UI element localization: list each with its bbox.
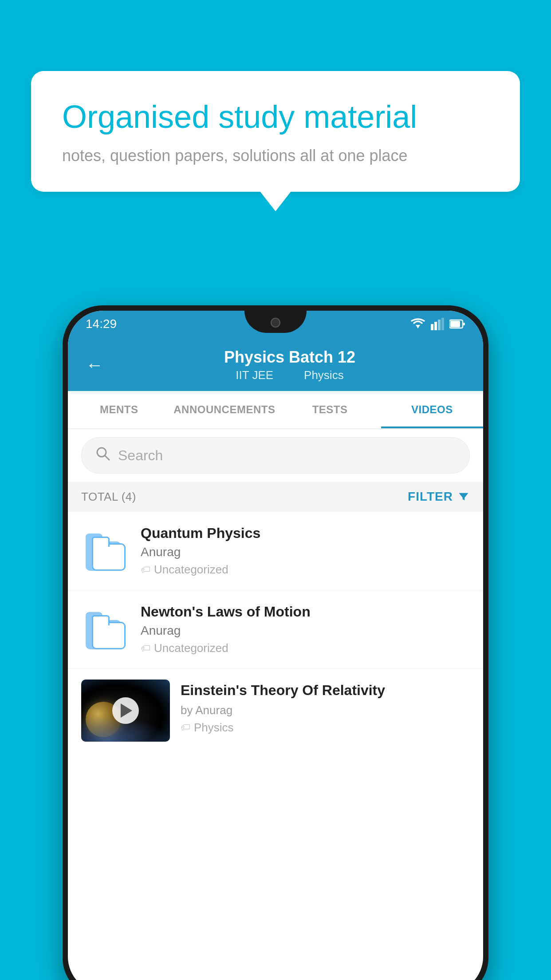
app-header: ← Physics Batch 12 IIT JEE Physics (68, 337, 483, 391)
battery-icon (449, 319, 465, 329)
status-time: 14:29 (86, 317, 117, 331)
phone-frame: 14:29 (63, 305, 488, 980)
play-button-einstein[interactable] (112, 697, 139, 724)
video-thumb-newton (81, 605, 130, 654)
svg-rect-4 (441, 318, 444, 330)
video-list: Quantum Physics Anurag 🏷 Uncategorized (68, 512, 483, 752)
video-tag-newton: 🏷 Uncategorized (141, 641, 470, 655)
tag-label-newton: Uncategorized (154, 641, 228, 655)
speech-bubble: Organised study material notes, question… (31, 71, 520, 192)
tab-announcements[interactable]: ANNOUNCEMENTS (170, 391, 279, 428)
speech-bubble-container: Organised study material notes, question… (31, 71, 520, 192)
video-info-einstein: Einstein's Theory Of Relativity by Anura… (181, 680, 470, 735)
back-button[interactable]: ← (86, 355, 103, 375)
svg-rect-3 (438, 320, 441, 330)
total-count: TOTAL (4) (81, 490, 136, 504)
video-title-newton: Newton's Laws of Motion (141, 604, 470, 620)
tabs-bar: MENTS ANNOUNCEMENTS TESTS VIDEOS (68, 391, 483, 429)
video-title-einstein: Einstein's Theory Of Relativity (181, 681, 470, 700)
svg-rect-1 (431, 324, 433, 330)
video-tag-quantum: 🏷 Uncategorized (141, 563, 470, 577)
folder-icon-newton (86, 609, 126, 649)
video-thumbnail-einstein (81, 680, 170, 742)
video-tag-einstein: 🏷 Physics (181, 721, 470, 735)
svg-rect-6 (463, 323, 465, 325)
svg-marker-0 (416, 325, 420, 328)
svg-rect-7 (450, 321, 460, 327)
video-item-einstein[interactable]: Einstein's Theory Of Relativity by Anura… (68, 669, 483, 752)
status-bar: 14:29 (68, 311, 483, 337)
video-thumb-quantum (81, 526, 130, 575)
video-author-quantum: Anurag (141, 545, 470, 559)
phone-notch (244, 311, 307, 333)
video-author-newton: Anurag (141, 624, 470, 638)
subtitle-physics: Physics (304, 368, 344, 382)
speech-bubble-title: Organised study material (62, 98, 489, 136)
tag-label-quantum: Uncategorized (154, 563, 228, 577)
play-triangle-icon (121, 703, 132, 718)
svg-rect-2 (434, 322, 437, 330)
filter-label: FILTER (408, 490, 453, 504)
filter-row: TOTAL (4) FILTER (68, 482, 483, 512)
tag-label-einstein: Physics (194, 721, 234, 735)
video-author-einstein: by Anurag (181, 703, 470, 717)
front-camera (271, 318, 280, 328)
status-icons (410, 318, 465, 330)
tab-videos[interactable]: VIDEOS (381, 391, 483, 428)
search-bar[interactable]: Search (81, 437, 470, 474)
tag-icon-quantum: 🏷 (141, 564, 150, 576)
folder-front (92, 543, 126, 571)
header-title-block: Physics Batch 12 IIT JEE Physics (114, 348, 465, 382)
filter-icon (457, 490, 470, 503)
video-info-newton: Newton's Laws of Motion Anurag 🏷 Uncateg… (141, 604, 470, 655)
subtitle-iitjee: IIT JEE (236, 368, 273, 382)
folder-front-newton (92, 622, 126, 649)
video-item-quantum[interactable]: Quantum Physics Anurag 🏷 Uncategorized (68, 512, 483, 590)
video-item-newton[interactable]: Newton's Laws of Motion Anurag 🏷 Uncateg… (68, 590, 483, 669)
tab-ments[interactable]: MENTS (68, 391, 170, 428)
wifi-icon (410, 318, 425, 330)
tag-icon-newton: 🏷 (141, 643, 150, 654)
batch-title: Physics Batch 12 (114, 348, 465, 367)
speech-bubble-subtitle: notes, question papers, solutions all at… (62, 146, 489, 165)
tab-tests[interactable]: TESTS (279, 391, 381, 428)
folder-icon (86, 531, 126, 571)
video-info-quantum: Quantum Physics Anurag 🏷 Uncategorized (141, 525, 470, 577)
video-title-quantum: Quantum Physics (141, 525, 470, 541)
tag-icon-einstein: 🏷 (181, 722, 190, 733)
phone-screen: 14:29 (68, 311, 483, 980)
batch-subtitle: IIT JEE Physics (114, 368, 465, 382)
signal-icon (431, 318, 444, 330)
search-icon (95, 446, 111, 465)
search-placeholder: Search (118, 447, 163, 464)
filter-button[interactable]: FILTER (408, 490, 470, 504)
search-container: Search (68, 429, 483, 482)
subtitle-sep (285, 368, 291, 382)
svg-line-9 (105, 455, 109, 460)
